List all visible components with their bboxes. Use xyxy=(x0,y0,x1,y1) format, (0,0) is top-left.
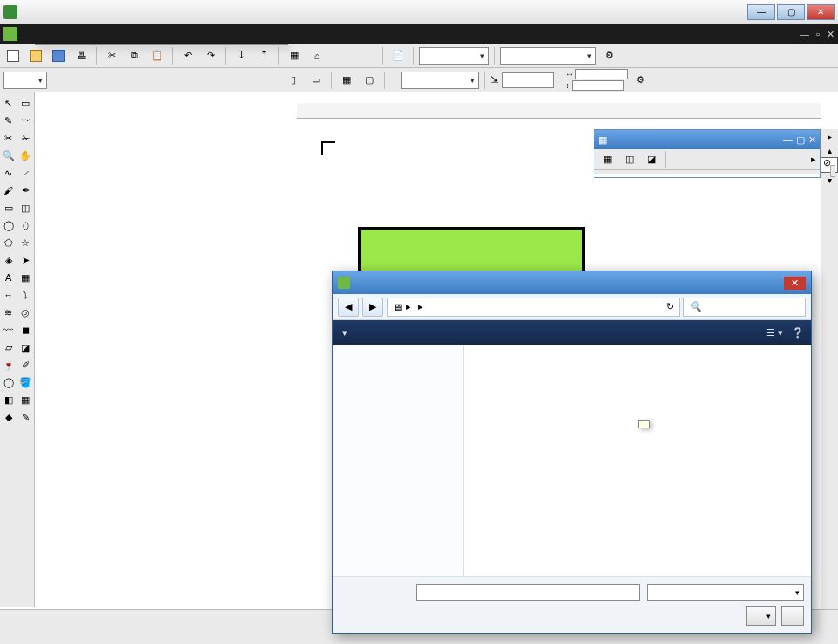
units-combo[interactable] xyxy=(401,72,479,89)
extrude-tool[interactable]: ◪ xyxy=(17,339,35,356)
rectangle-tool[interactable]: ▭ xyxy=(0,199,17,216)
pan-tool[interactable]: ✋ xyxy=(17,147,35,164)
search-icon: 🔍 xyxy=(690,301,702,312)
snap-combo[interactable] xyxy=(500,47,596,65)
options-button-2[interactable]: ⚙ xyxy=(631,71,650,90)
interactive-fill-tool[interactable]: ◧ xyxy=(0,391,17,408)
docker-show-pages[interactable]: ▦ xyxy=(598,150,617,169)
app-launcher-button[interactable]: ▦ xyxy=(285,46,304,65)
docker-layer-props[interactable]: ◫ xyxy=(620,150,639,169)
organize-button[interactable]: ▾ xyxy=(340,327,347,339)
eyedropper-tool[interactable]: ✐ xyxy=(17,356,35,373)
docker-titlebar[interactable]: ▦ — ▢ ✕ xyxy=(594,130,820,149)
connector-tool[interactable]: ⤵ xyxy=(17,286,35,304)
docker-side-tab[interactable] xyxy=(830,165,835,177)
ellipse-tool[interactable]: ◯ xyxy=(0,216,17,234)
cancel-button[interactable] xyxy=(781,606,804,626)
undo-button[interactable]: ↶ xyxy=(178,46,197,65)
artistic-media-tool[interactable]: 🖌 xyxy=(0,182,17,199)
mesh-fill-tool[interactable]: ▦ xyxy=(17,391,35,408)
import-button[interactable]: ⤓ xyxy=(231,46,251,65)
knife-tool[interactable]: ✁ xyxy=(17,129,35,147)
arrows-tool[interactable]: ➤ xyxy=(17,251,35,269)
palette-scroll-up[interactable]: ▴ xyxy=(821,143,838,157)
fill-tool[interactable]: 🪣 xyxy=(17,373,35,391)
envelope-tool[interactable]: ▱ xyxy=(0,339,17,356)
basic-shapes-tool[interactable]: ◈ xyxy=(0,251,17,269)
filename-input[interactable] xyxy=(416,584,640,601)
dialog-search[interactable]: 🔍 xyxy=(683,298,806,317)
docker-maximize[interactable]: ▢ xyxy=(796,134,805,146)
orientation-landscape[interactable]: ▭ xyxy=(306,71,326,90)
maximize-button[interactable]: ▢ xyxy=(777,4,805,20)
pdf-button[interactable]: 📄 xyxy=(388,46,408,65)
contour-tool[interactable]: ◎ xyxy=(17,304,35,321)
docker-minimize[interactable]: — xyxy=(783,134,793,145)
dup-x-input[interactable] xyxy=(575,69,628,79)
table-tool[interactable]: ▦ xyxy=(17,269,35,286)
outline-tool[interactable]: ◯ xyxy=(0,373,17,391)
breadcrumb-refresh[interactable]: ↻ xyxy=(666,301,674,312)
3point-rect-tool[interactable]: ◫ xyxy=(17,199,35,216)
bezier-tool[interactable]: ⟋ xyxy=(17,164,35,182)
breadcrumb[interactable]: 🖥 ▸ ▸ ↻ xyxy=(387,298,680,317)
dropshadow-tool[interactable]: ◼ xyxy=(17,321,35,339)
shape-tool[interactable]: ✎ xyxy=(0,112,17,129)
dimension-tool[interactable]: ↔ xyxy=(0,286,17,304)
transparency-tool[interactable]: 🍷 xyxy=(0,356,17,373)
dialog-titlebar[interactable]: ✕ xyxy=(333,271,811,294)
save-button[interactable] xyxy=(49,46,68,65)
mdi-restore[interactable]: ▫ xyxy=(816,29,820,40)
welcome-button[interactable]: ⌂ xyxy=(307,46,326,65)
settings-tab[interactable] xyxy=(3,72,47,89)
pick-tool[interactable]: ↖ xyxy=(0,94,17,112)
close-button[interactable]: ✕ xyxy=(807,4,835,20)
freehand-tool[interactable]: ∿ xyxy=(0,164,17,182)
blend-tool[interactable]: ≋ xyxy=(0,304,17,321)
freehand-pick-tool[interactable]: ▭ xyxy=(17,94,35,112)
dup-y-input[interactable] xyxy=(572,80,624,91)
docker-close[interactable]: ✕ xyxy=(808,134,816,146)
distort-tool[interactable]: 〰 xyxy=(0,321,17,339)
filter-combo[interactable] xyxy=(647,584,804,601)
copy-button[interactable]: ⧉ xyxy=(125,46,144,65)
redo-button[interactable]: ↷ xyxy=(201,46,220,65)
print-button[interactable]: 🖶 xyxy=(72,46,91,65)
zoom-combo[interactable] xyxy=(419,47,489,65)
mdi-minimize[interactable]: — xyxy=(800,29,809,40)
palette-scroll-down[interactable]: ▾ xyxy=(821,173,838,187)
options-button[interactable]: ⚙ xyxy=(600,46,619,65)
palette-flyout[interactable]: ▸ xyxy=(821,129,838,143)
docker-flyout-arrow[interactable]: ▸ xyxy=(811,154,816,165)
smudge-tool[interactable]: 〰 xyxy=(17,112,35,129)
pen-tool[interactable]: ✒ xyxy=(17,182,35,199)
mdi-close[interactable]: ✕ xyxy=(827,29,835,40)
star-tool[interactable]: ☆ xyxy=(17,234,35,251)
dialog-close-button[interactable]: ✕ xyxy=(784,277,806,290)
docker-edit-layers[interactable]: ◪ xyxy=(642,150,661,169)
zoom-tool[interactable]: 🔍 xyxy=(0,147,17,164)
nav-forward-button[interactable]: ▶ xyxy=(362,298,383,317)
orientation-portrait[interactable]: ▯ xyxy=(284,71,303,90)
smart-fill-tool[interactable]: ◆ xyxy=(0,408,17,426)
nav-back-button[interactable]: ◀ xyxy=(338,298,359,317)
nudge-input[interactable] xyxy=(502,72,554,88)
no-color-swatch[interactable]: ⊘ xyxy=(821,157,838,173)
cut-button[interactable]: ✂ xyxy=(102,46,121,65)
smart-drawing-tool[interactable]: ✎ xyxy=(17,408,35,426)
text-tool[interactable]: A xyxy=(0,269,17,286)
import-dialog: ✕ ◀ ▶ 🖥 ▸ ▸ ↻ 🔍 ▾ ☰ ▾ ❔ xyxy=(332,271,812,634)
view-button[interactable]: ☰ ▾ xyxy=(766,327,783,339)
polygon-tool[interactable]: ⬠ xyxy=(0,234,17,251)
help-button[interactable]: ❔ xyxy=(792,327,804,339)
current-page-icon[interactable]: ▢ xyxy=(360,71,379,90)
new-button[interactable] xyxy=(3,46,23,65)
paste-button[interactable]: 📋 xyxy=(148,46,167,65)
all-pages-icon[interactable]: ▦ xyxy=(337,71,356,90)
crop-tool[interactable]: ✂ xyxy=(0,129,17,147)
3point-ellipse-tool[interactable]: ⬯ xyxy=(17,216,35,234)
export-button[interactable]: ⤒ xyxy=(254,46,273,65)
minimize-button[interactable]: — xyxy=(747,4,775,20)
open-button[interactable] xyxy=(26,46,45,65)
import-button-dialog[interactable] xyxy=(746,606,776,626)
